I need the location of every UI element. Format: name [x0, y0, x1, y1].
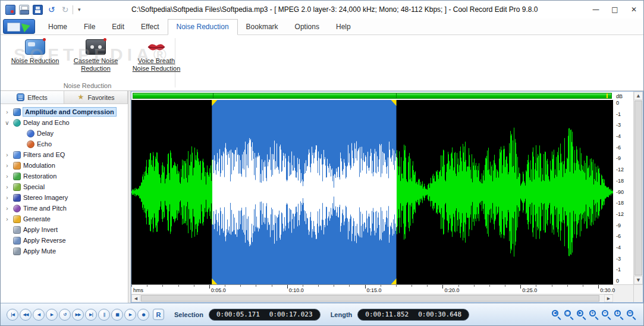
sidebar-tab-effects[interactable]: Effects — [1, 91, 64, 104]
fast-forward-button[interactable]: ▶▶ — [72, 309, 84, 321]
tree-item-restoration[interactable]: ›Restoration — [1, 171, 128, 181]
tree-item-delay[interactable]: Delay — [1, 128, 128, 139]
tree-item-echo[interactable]: Echo — [1, 139, 128, 149]
magnifier-glyph: □ — [564, 310, 571, 316]
zoom-in-button[interactable]: + — [588, 309, 600, 321]
timeline-ruler[interactable]: hms 0:05.00:10.00:15.00:20.00:25.00:30.0 — [131, 284, 613, 294]
toolbar-separator — [73, 5, 73, 14]
record-button[interactable]: ● — [137, 309, 149, 321]
tab-file[interactable]: File — [76, 20, 103, 35]
play-backward-button[interactable]: ◀ — [33, 309, 45, 321]
tree-item-apply-reverse[interactable]: Apply Reverse — [1, 235, 128, 246]
maximize-button[interactable]: □ — [605, 1, 624, 18]
zoom-to-selection-end-button[interactable]: ▶ — [576, 309, 588, 321]
restoration-icon — [13, 173, 21, 180]
overview-bar[interactable] — [133, 93, 612, 99]
record-icon[interactable] — [5, 5, 15, 15]
tree-item-time-and-pitch[interactable]: ›Time and Pitch — [1, 203, 128, 214]
db-axis-title: dB — [613, 92, 633, 100]
tree-item-label: Special — [23, 183, 45, 190]
tree-item-modulation[interactable]: ›Modulation — [1, 160, 128, 171]
print-icon[interactable] — [19, 5, 29, 15]
play-selection-button[interactable]: ▶ — [124, 309, 136, 321]
play-button[interactable]: ▶ — [46, 309, 58, 321]
horizontal-scrollbar[interactable]: ◀ ▶ — [131, 294, 613, 302]
zoom-vertical-button[interactable]: ↕ — [613, 309, 625, 321]
tree-item-label: Modulation — [23, 162, 55, 169]
zoom-out-button[interactable]: − — [601, 309, 612, 321]
expand-chevron-icon[interactable]: › — [4, 162, 11, 169]
undo-icon[interactable]: ↺ — [46, 5, 56, 15]
sidebar-tab-favorites[interactable]: ★Favorites — [64, 91, 128, 104]
voice-breath-noise-reduction-button[interactable]: Voice Breath Noise Reduction — [129, 39, 184, 73]
expand-chevron-icon[interactable]: ∨ — [4, 120, 11, 126]
scroll-left-icon[interactable]: ◀ — [131, 294, 140, 302]
cassette-noise-reduction-button[interactable]: Cassette Noise Reduction — [68, 39, 123, 73]
window-title: C:\Softpedia\Softpedia Files\Softpedia.m… — [83, 5, 586, 14]
overview-selection-start-marker — [213, 93, 213, 98]
tree-item-amplitude-and-compression[interactable]: ›Amplitude and Compression — [1, 106, 128, 117]
voice-breath-noise-reduction-icon — [146, 39, 167, 55]
hscroll-track[interactable] — [140, 294, 604, 302]
tab-help[interactable]: Help — [328, 20, 359, 35]
hscroll-thumb[interactable] — [141, 295, 599, 302]
db-tick-label: -3 — [616, 256, 633, 262]
db-tick-label: -4 — [616, 134, 633, 139]
expand-chevron-icon[interactable]: › — [4, 109, 11, 115]
waveform-plot[interactable] — [131, 100, 613, 284]
vscroll-thumb[interactable] — [634, 101, 642, 275]
expand-chevron-icon[interactable]: › — [4, 184, 11, 190]
magnifier-handle — [582, 316, 586, 319]
loop-play-button[interactable]: ↺ — [59, 309, 71, 321]
tab-home[interactable]: Home — [40, 20, 76, 35]
expand-chevron-icon[interactable]: › — [4, 205, 11, 212]
redo-icon[interactable]: ↻ — [60, 5, 70, 15]
tab-edit[interactable]: Edit — [103, 20, 133, 35]
pause-button[interactable]: || — [98, 309, 110, 321]
magnifier-handle — [632, 316, 636, 319]
tree-item-generate[interactable]: ›Generate — [1, 214, 128, 224]
scroll-down-icon[interactable]: ▼ — [634, 276, 643, 284]
zoom-full-button[interactable]: ↔ — [626, 309, 637, 321]
expand-chevron-icon[interactable]: › — [4, 216, 11, 222]
record-mode-button[interactable]: R — [153, 309, 164, 320]
tab-noise-reduction[interactable]: Noise Reduction — [168, 19, 238, 35]
app-logo[interactable] — [3, 19, 35, 34]
special-icon — [13, 183, 21, 191]
star-icon: ★ — [77, 93, 84, 101]
scroll-up-icon[interactable]: ▲ — [634, 92, 643, 100]
waveform-canvas[interactable] — [131, 100, 613, 284]
minimize-button[interactable]: — — [586, 1, 605, 18]
tree-item-apply-invert[interactable]: Apply Invert — [1, 224, 128, 235]
timeline-tick: 0:20.0 — [442, 285, 443, 289]
expand-chevron-icon[interactable]: › — [4, 195, 11, 201]
tab-options[interactable]: Options — [287, 20, 328, 35]
vertical-scrollbar[interactable]: ▲ ▼ — [633, 92, 643, 284]
tree-item-stereo-imagery[interactable]: ›Stereo Imagery — [1, 192, 128, 203]
skip-to-end-button[interactable]: ▶| — [85, 309, 97, 321]
expand-chevron-icon[interactable]: › — [4, 152, 11, 158]
close-button[interactable]: ✕ — [624, 1, 643, 18]
rewind-button[interactable]: ◀◀ — [20, 309, 32, 321]
vscroll-track[interactable] — [634, 100, 643, 276]
ribbon-group-buttons: Noise ReductionCassette Noise ReductionV… — [1, 35, 643, 73]
stop-button[interactable]: ■ — [111, 309, 123, 321]
toolbar-dropdown-icon[interactable]: ▾ — [76, 7, 83, 12]
save-icon[interactable] — [33, 5, 43, 15]
tree-item-filters-and-eq[interactable]: ›Filters and EQ — [1, 149, 128, 160]
scroll-right-icon[interactable]: ▶ — [604, 294, 613, 302]
noise-reduction-button[interactable]: Noise Reduction — [8, 39, 62, 73]
tree-item-special[interactable]: ›Special — [1, 181, 128, 192]
tab-effect[interactable]: Effect — [133, 20, 167, 35]
magnifier-handle — [557, 316, 561, 319]
ribbon-button-label: Noise Reduction — [11, 57, 59, 65]
waveform-area: dB ▲ ▼ 0-1-3-4-6-9-12-18-90-18-12-9-6-4-… — [131, 91, 643, 303]
tab-bookmark[interactable]: Bookmark — [238, 20, 287, 35]
tree-item-apply-mute[interactable]: Apply Mute — [1, 246, 128, 256]
tree-item-delay-and-echo[interactable]: ∨Delay and Echo — [1, 117, 128, 128]
zoom-selection-button[interactable]: □ — [563, 309, 575, 321]
zoom-to-selection-start-button[interactable]: ◀ — [551, 309, 563, 321]
skip-to-start-button[interactable]: |◀ — [7, 309, 18, 321]
tree-item-label: Time and Pitch — [23, 205, 67, 212]
expand-chevron-icon[interactable]: › — [4, 173, 11, 180]
